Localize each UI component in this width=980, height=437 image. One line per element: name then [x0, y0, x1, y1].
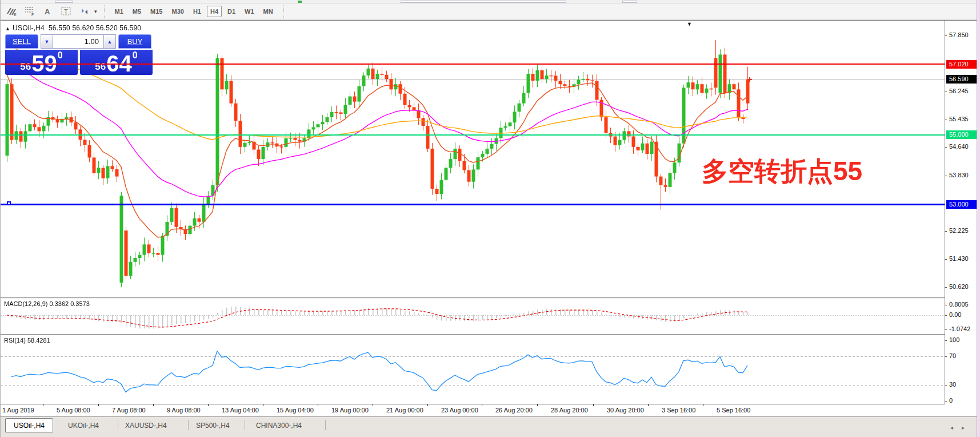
price-tick [945, 92, 947, 92]
rsi-canvas[interactable] [1, 335, 945, 404]
chart-caption: ▲USOil-,H4 56.550 56.620 56.520 56.590 [5, 24, 141, 32]
tab-china300h4[interactable]: CHINA300-,H4 [256, 422, 302, 430]
time-axis-tick [537, 404, 538, 406]
down-triangle-marker[interactable]: ▼ [687, 22, 692, 27]
time-axis-label: 28 Aug 20:00 [551, 407, 588, 414]
tab-scroll-right-icon[interactable]: ▸ [962, 424, 965, 431]
time-axis-tick [427, 404, 428, 406]
top-partial-icon [298, 1, 302, 3]
volume-increase-button[interactable]: ▲ [103, 34, 116, 49]
buy-price-sup: 0 [133, 51, 138, 60]
price-tick-label: 54.640 [949, 143, 969, 150]
panel-splitter[interactable] [1, 297, 945, 299]
price-tick-label: 57.850 [949, 31, 969, 38]
tab-divider [188, 420, 189, 430]
toolbar-separator [283, 5, 286, 18]
sell-price-display[interactable]: 56 59 0 [5, 50, 78, 75]
macd-scale-label: -1.0742 [949, 325, 970, 332]
chart-window: ▲USOil-,H4 56.550 56.620 56.520 56.590 S… [1, 20, 980, 437]
horizontal-line-57.02[interactable] [1, 63, 945, 65]
blue-line-anchor-handle[interactable] [7, 201, 11, 205]
time-axis-label: 9 Aug 08:00 [167, 407, 201, 414]
time-axis-tick [648, 404, 649, 406]
price-tick-label: 55.435 [949, 116, 969, 122]
time-axis-label: 23 Aug 00:00 [441, 407, 478, 414]
price-tick-label: 52.225 [949, 227, 969, 234]
top-partial-button [55, 1, 73, 3]
time-axis-tick [208, 404, 209, 406]
rsi-tick [945, 356, 947, 357]
timeframe-button-m5[interactable]: M5 [129, 6, 145, 17]
symbol-tab-bar: USOil-,H4UKOil-,H4XAUUSD-,H4SP500-,H4CHI… [1, 416, 980, 437]
timeframe-button-w1[interactable]: W1 [241, 6, 258, 17]
one-click-trading-panel: SELL ▼ 1.00 ▲ BUY 56 59 0 56 64 0 [5, 34, 153, 75]
macd-tick [945, 315, 947, 316]
timeframe-button-m1[interactable]: M1 [111, 6, 127, 17]
time-axis-tick [153, 404, 154, 406]
rsi-scale-label: 30 [949, 381, 956, 388]
tab-scroll-left-icon[interactable]: ◂ [950, 424, 953, 431]
timeframe-button-mn[interactable]: MN [260, 6, 277, 17]
price-tick-label: 53.830 [949, 172, 969, 178]
buy-button[interactable]: BUY [118, 34, 151, 49]
sell-price-sup: 0 [58, 51, 63, 60]
macd-canvas[interactable] [1, 299, 945, 334]
svg-text:A: A [45, 7, 50, 16]
ea-trading-icon[interactable]: E [5, 6, 18, 17]
tab-divider [118, 420, 118, 430]
rsi-tick [945, 401, 947, 402]
red-cross-marker[interactable]: ✚ [747, 77, 752, 83]
buy-price-display[interactable]: 56 64 0 [80, 50, 153, 75]
price-tick [945, 231, 947, 232]
time-axis-label: 15 Aug 04:00 [277, 407, 314, 414]
time-axis-tick [43, 404, 43, 406]
time-axis-tick [593, 404, 594, 406]
time-axis-label: 19 Aug 00:00 [331, 407, 369, 414]
timeframe-button-m15[interactable]: M15 [147, 6, 166, 17]
price-tag-56.590: 56.590 [946, 75, 978, 84]
timeframe-button-m30[interactable]: M30 [169, 6, 187, 17]
time-axis-label: 21 Aug 00:00 [386, 407, 423, 414]
panel-splitter[interactable] [1, 334, 945, 335]
time-axis-label: 30 Aug 20:00 [607, 407, 644, 414]
time-axis-label: 3 Sep 16:00 [662, 407, 695, 414]
tab-xauusdh4[interactable]: XAUUSD-,H4 [125, 422, 167, 430]
volume-input[interactable]: 1.00 [53, 34, 103, 49]
price-tick [945, 259, 947, 260]
svg-text:E: E [14, 13, 17, 17]
horizontal-line-55[interactable] [1, 134, 945, 136]
timeframe-button-d1[interactable]: D1 [224, 6, 239, 17]
rsi-scale-label: 0 [949, 397, 953, 404]
timeframe-button-h4[interactable]: H4 [207, 6, 222, 17]
sell-button[interactable]: SELL [5, 34, 38, 49]
tab-usoilh4[interactable]: USOil-,H4 [5, 418, 53, 432]
chevron-down-icon[interactable]: ▾ [94, 9, 97, 14]
price-tick [945, 120, 947, 120]
timeframe-button-h1[interactable]: H1 [190, 6, 205, 17]
tab-sp500h4[interactable]: SP500-,H4 [196, 422, 230, 430]
rsi-tick [945, 385, 947, 386]
time-axis-label: 5 Sep 16:00 [717, 407, 750, 414]
object-arrange-icon[interactable] [78, 6, 91, 17]
macd-tick [945, 305, 947, 305]
price-tick-label: 50.620 [949, 283, 969, 290]
top-partial-searchbox [401, 1, 566, 3]
rsi-scale-label: 70 [949, 352, 956, 359]
text-label-icon[interactable]: T [60, 6, 73, 17]
grid-snap-icon[interactable]: F [23, 6, 36, 17]
time-axis: 1 Aug 20195 Aug 08:007 Aug 08:009 Aug 08… [1, 404, 945, 417]
time-axis-label: 7 Aug 08:00 [112, 407, 146, 414]
top-partial-button [622, 1, 637, 3]
toolbar-separator [104, 5, 107, 18]
time-axis-tick [263, 404, 263, 406]
window-edge [977, 0, 980, 437]
tab-divider [245, 420, 245, 430]
price-tag-55.000: 55.000 [946, 130, 978, 139]
chinese-annotation-text[interactable]: 多空转折点55 [702, 154, 862, 189]
font-annotation-icon[interactable]: A [42, 6, 54, 17]
volume-decrease-button[interactable]: ▼ [41, 34, 53, 49]
caption-triangle-icon: ▲ [5, 26, 10, 31]
horizontal-line-53[interactable] [1, 204, 945, 205]
plot-right-border [945, 21, 945, 404]
tab-ukoilh4[interactable]: UKOil-,H4 [68, 422, 99, 430]
